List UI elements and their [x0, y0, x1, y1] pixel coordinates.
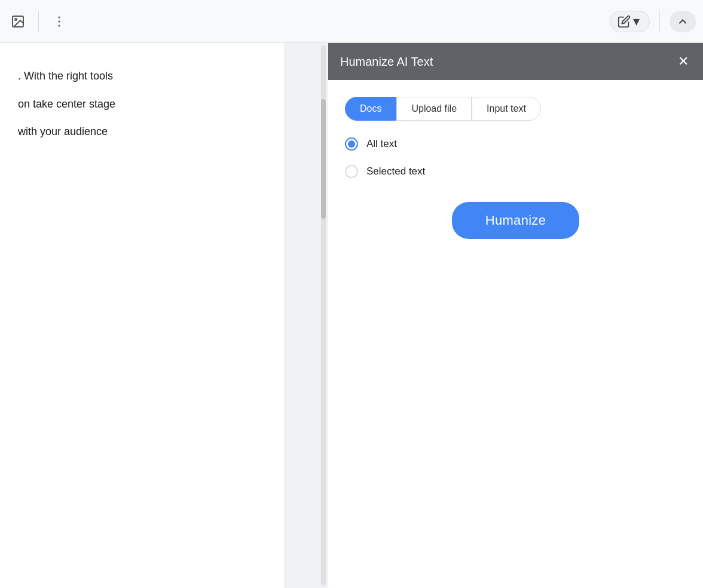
toolbar-divider-1 — [38, 11, 39, 32]
pencil-icon-button[interactable] — [618, 15, 631, 28]
radio-selected-text[interactable]: Selected text — [345, 165, 686, 178]
svg-point-2 — [59, 16, 60, 18]
collapse-button[interactable] — [670, 11, 696, 32]
scrollbar-thumb[interactable] — [321, 99, 326, 219]
edit-chevron-icon: ▾ — [633, 14, 640, 29]
tab-docs[interactable]: Docs — [345, 97, 396, 121]
doc-line-2: on take center stage — [18, 95, 267, 114]
doc-area: . With the right tools on take center st… — [0, 43, 328, 588]
image-icon-button[interactable] — [7, 11, 29, 32]
edit-group: ▾ — [610, 11, 650, 32]
main-area: . With the right tools on take center st… — [0, 43, 703, 588]
tab-input-text[interactable]: Input text — [472, 97, 541, 121]
scrollbar-track — [321, 45, 326, 586]
doc-page: . With the right tools on take center st… — [0, 43, 285, 588]
side-panel: Humanize AI Text ✕ Docs Upload file Inpu… — [328, 43, 703, 588]
radio-all-text[interactable]: All text — [345, 137, 686, 151]
svg-point-3 — [59, 20, 60, 22]
humanize-btn-row: Humanize — [345, 202, 686, 239]
doc-line-1: . With the right tools — [18, 67, 267, 85]
panel-body: Docs Upload file Input text All text Sel… — [328, 80, 703, 588]
tab-upload-file[interactable]: Upload file — [396, 97, 472, 121]
radio-label-all-text: All text — [366, 138, 397, 150]
svg-point-4 — [59, 24, 60, 26]
panel-title: Humanize AI Text — [340, 55, 433, 69]
toolbar-divider-2 — [659, 11, 660, 32]
doc-line-3: with your audience — [18, 122, 267, 141]
svg-point-1 — [15, 19, 17, 20]
more-options-button[interactable] — [48, 11, 70, 32]
humanize-button[interactable]: Humanize — [452, 202, 579, 239]
radio-label-selected-text: Selected text — [366, 166, 425, 177]
radio-group: All text Selected text — [345, 137, 686, 178]
tabs-row: Docs Upload file Input text — [345, 97, 686, 121]
panel-close-button[interactable]: ✕ — [676, 53, 691, 71]
panel-header: Humanize AI Text ✕ — [328, 43, 703, 80]
radio-circle-all-text — [345, 137, 358, 151]
toolbar: ▾ — [0, 0, 703, 43]
scrollbar[interactable] — [319, 43, 328, 588]
radio-dot-all-text — [348, 140, 355, 148]
radio-circle-selected-text — [345, 165, 358, 178]
